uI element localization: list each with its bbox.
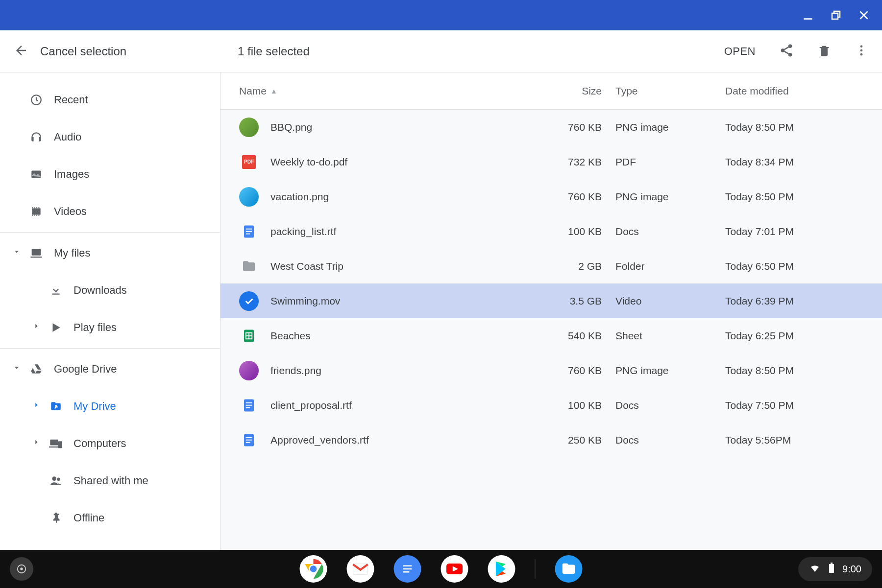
file-date: Today 8:50 PM [725,191,882,203]
file-name: West Coast Trip [270,260,527,272]
chevron-right-icon [31,400,41,413]
svg-rect-46 [831,563,833,564]
files-app-icon[interactable] [555,555,583,583]
laptop-icon [29,246,43,260]
close-button[interactable] [858,9,870,22]
column-header-name[interactable]: Name ▲ [239,85,527,97]
minimize-button[interactable] [802,9,814,22]
headphones-icon [29,130,43,144]
file-icon [239,222,259,241]
shelf-divider [535,559,536,579]
sidebar-item-shared[interactable]: Shared with me [0,462,220,499]
svg-point-5 [781,48,785,52]
sidebar-label: Downloads [74,284,127,297]
selection-status: 1 file selected [238,45,310,58]
file-row[interactable]: friends.png760 KBPNG imageToday 8:50 PM [220,353,882,388]
svg-point-9 [860,53,863,55]
drive-icon [29,362,43,376]
svg-rect-42 [403,568,412,570]
window-titlebar [0,0,882,30]
playstore-app-icon[interactable] [488,555,515,583]
file-row[interactable]: Approved_vendors.rtf250 KBDocsToday 5:56… [220,423,882,457]
file-row[interactable]: Beaches540 KBSheetToday 6:25 PM [220,318,882,353]
file-size: 760 KB [527,191,615,203]
file-icon [239,118,259,137]
download-icon [49,283,63,297]
sidebar-item-computers[interactable]: Computers [0,425,220,462]
file-row[interactable]: vacation.png760 KBPNG imageToday 8:50 PM [220,179,882,214]
svg-rect-45 [829,564,834,573]
sidebar-item-myfiles[interactable]: My files [0,235,220,272]
column-label: Name [239,85,267,97]
sidebar-label: Audio [54,131,81,143]
chevron-down-icon [12,247,22,259]
file-size: 100 KB [527,226,615,237]
file-row[interactable]: PDFWeekly to-do.pdf732 KBPDFToday 8:34 P… [220,144,882,179]
svg-rect-31 [246,439,252,440]
sidebar-item-mydrive[interactable]: My Drive [0,388,220,425]
back-arrow-button[interactable] [14,43,28,60]
pin-icon [49,511,63,525]
file-size: 540 KB [527,330,615,342]
share-button[interactable] [779,43,794,60]
sidebar-label: My Drive [74,400,116,413]
video-icon [29,205,43,218]
file-type: PNG image [615,191,725,203]
more-options-button[interactable] [855,44,868,59]
shelf-taskbar: 9:00 [0,550,882,588]
delete-button[interactable] [817,44,831,59]
column-header-type[interactable]: Type [615,85,725,97]
file-date: Today 5:56PM [725,434,882,446]
docs-app-icon[interactable] [394,555,421,583]
sidebar-label: Shared with me [74,474,148,487]
selection-toolbar: Cancel selection 1 file selected OPEN [0,30,882,72]
file-type: PNG image [615,365,725,376]
chrome-app-icon[interactable] [300,555,327,583]
open-button[interactable]: OPEN [724,45,756,58]
column-header-date[interactable]: Date modified [725,85,882,97]
file-type: PDF [615,156,725,168]
sidebar-item-offline[interactable]: Offline [0,499,220,537]
file-row[interactable]: packing_list.rtf100 KBDocsToday 7:01 PM [220,214,882,249]
launcher-button[interactable] [10,557,33,581]
svg-rect-14 [58,441,62,448]
svg-point-34 [20,567,23,570]
file-row[interactable]: West Coast Trip2 GBFolderToday 6:50 PM [220,249,882,283]
svg-rect-32 [246,442,250,443]
gmail-app-icon[interactable] [347,555,374,583]
svg-rect-1 [832,13,838,19]
people-icon [49,474,63,488]
maximize-button[interactable] [830,9,842,21]
file-name: Approved_vendors.rtf [270,434,527,446]
svg-rect-13 [50,440,58,446]
file-list-area: Name ▲ Size Type Date modified BBQ.png76… [220,72,882,550]
file-row[interactable]: BBQ.png760 KBPNG imageToday 8:50 PM [220,110,882,144]
sidebar-label: Videos [54,205,87,218]
file-rows-container: BBQ.png760 KBPNG imageToday 8:50 PMPDFWe… [220,110,882,550]
file-icon [239,291,259,311]
sidebar-label: My files [54,247,91,259]
column-header-size[interactable]: Size [527,85,615,97]
file-row[interactable]: client_proposal.rtf100 KBDocsToday 7:50 … [220,388,882,423]
file-type: Docs [615,400,725,411]
sidebar-item-recent[interactable]: Recent [0,81,220,118]
youtube-app-icon[interactable] [441,555,468,583]
sidebar-label: Google Drive [54,363,117,376]
sidebar-item-videos[interactable]: Videos [0,193,220,230]
file-type: Video [615,295,725,307]
sidebar-item-downloads[interactable]: Downloads [0,272,220,309]
sidebar-item-googledrive[interactable]: Google Drive [0,351,220,388]
status-tray[interactable]: 9:00 [798,557,872,581]
cancel-selection-label[interactable]: Cancel selection [40,45,126,58]
sidebar-item-audio[interactable]: Audio [0,118,220,156]
file-name: Weekly to-do.pdf [270,156,527,168]
file-date: Today 6:39 PM [725,295,882,307]
file-type: PNG image [615,121,725,133]
file-row[interactable]: Swimming.mov3.5 GBVideoToday 6:39 PM [220,283,882,318]
sidebar-item-playfiles[interactable]: Play files [0,309,220,346]
file-name: Swimming.mov [270,295,527,307]
clock-icon [29,93,43,107]
file-type: Folder [615,260,725,272]
chevron-right-icon [31,437,41,450]
sidebar-item-images[interactable]: Images [0,156,220,193]
